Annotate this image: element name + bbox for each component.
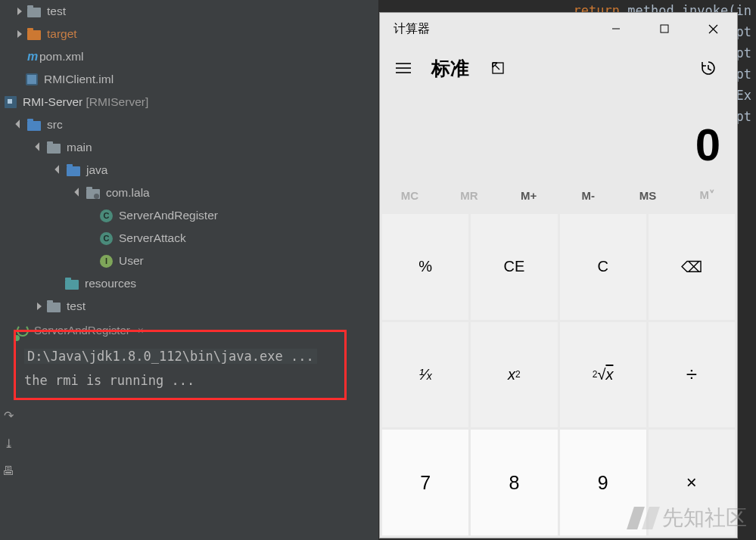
chevron-right-icon[interactable]: [35, 301, 45, 312]
interface-icon: I: [100, 255, 113, 268]
tree-label: pom.xml: [39, 50, 84, 64]
folder-icon: [47, 144, 61, 154]
clear-entry-key[interactable]: CE: [471, 214, 557, 320]
tree-row[interactable]: test: [0, 295, 378, 318]
backspace-icon: ⌫: [681, 258, 702, 276]
tree-label: RMI-Server: [23, 95, 82, 109]
digit-9-key[interactable]: 9: [560, 430, 646, 535]
folder-icon: [27, 30, 41, 40]
chevron-down-icon[interactable]: [15, 119, 26, 130]
tree-row[interactable]: target: [0, 23, 378, 45]
memory-minus-button[interactable]: M-: [558, 178, 618, 212]
tree-row[interactable]: CServerAndRegister: [0, 204, 378, 227]
minimize-button[interactable]: [592, 13, 640, 45]
tree-row[interactable]: java: [0, 159, 378, 182]
multiply-key[interactable]: ×: [649, 430, 735, 535]
keep-on-top-button[interactable]: [483, 53, 513, 83]
chevron-down-icon[interactable]: [54, 165, 65, 175]
tree-label: target: [47, 27, 77, 41]
folder-icon: [47, 303, 61, 312]
tree-label: test: [47, 5, 66, 18]
menu-button[interactable]: [386, 51, 421, 85]
percent-key[interactable]: %: [382, 214, 468, 320]
digit-8-key[interactable]: 8: [471, 430, 557, 535]
tree-label: main: [67, 141, 92, 154]
keypad: % CE C ⌫ ¹⁄x x2 2√x ÷ 7 8 9 ×: [380, 212, 737, 538]
tree-row[interactable]: main: [0, 136, 378, 159]
tree-label: resources: [85, 277, 136, 290]
history-button[interactable]: [693, 53, 723, 83]
resources-folder-icon: [65, 280, 79, 290]
calculator-window: 计算器 标准 0 MC MR M+ M- MS M˅ % CE C ⌫ ¹⁄x …: [379, 12, 738, 538]
tree-annotation: [RMIServer]: [86, 95, 149, 109]
folder-icon: [27, 121, 41, 131]
backspace-key[interactable]: ⌫: [649, 214, 735, 320]
title-bar[interactable]: 计算器: [380, 13, 737, 45]
tree-row[interactable]: test: [0, 0, 378, 23]
tree-row[interactable]: CServerAttack: [0, 227, 378, 250]
tree-label: User: [119, 254, 144, 268]
mode-bar: 标准: [380, 45, 737, 92]
tree-label: RMIClient.iml: [44, 73, 114, 86]
tree-label: ServerAttack: [119, 231, 186, 245]
chevron-right-icon[interactable]: [15, 29, 26, 39]
tool-window-gutter[interactable]: ↷ ⤓ 🖶: [0, 408, 17, 478]
tree-row[interactable]: src: [0, 113, 378, 136]
tree-row[interactable]: RMIClient.iml: [0, 68, 378, 91]
module-icon: [5, 96, 17, 108]
class-icon: C: [100, 232, 113, 245]
class-icon: C: [100, 209, 113, 222]
calculator-display: 0: [380, 92, 737, 178]
tree-row[interactable]: mpom.xml: [0, 45, 378, 68]
maven-icon: m: [26, 50, 39, 64]
memory-plus-button[interactable]: M+: [499, 178, 558, 212]
digit-7-key[interactable]: 7: [382, 430, 468, 535]
square-key[interactable]: x2: [471, 322, 557, 428]
window-title: 计算器: [380, 21, 592, 37]
highlight-box: [14, 330, 347, 400]
memory-clear-button[interactable]: MC: [380, 178, 440, 212]
tree-label: java: [86, 163, 107, 177]
memory-list-button[interactable]: M˅: [677, 178, 737, 212]
mode-label: 标准: [431, 56, 469, 81]
folder-icon: [27, 8, 41, 17]
iml-icon: [26, 73, 38, 85]
svg-rect-1: [661, 25, 668, 33]
tree-row[interactable]: IUser: [0, 250, 378, 272]
tree-row[interactable]: RMI-Server [RMIServer]: [0, 91, 378, 113]
folder-icon: [67, 166, 80, 176]
tree-label: com.lala: [106, 186, 150, 200]
tree-label: ServerAndRegister: [119, 209, 218, 222]
sqrt-key[interactable]: 2√x: [560, 322, 646, 428]
inverse-key[interactable]: ¹⁄x: [382, 322, 468, 428]
memory-recall-button[interactable]: MR: [440, 178, 499, 212]
memory-store-button[interactable]: MS: [618, 178, 678, 212]
tree-label: src: [47, 118, 63, 132]
divide-key[interactable]: ÷: [649, 322, 735, 428]
memory-row: MC MR M+ M- MS M˅: [380, 178, 737, 212]
package-icon: [86, 189, 100, 199]
clear-key[interactable]: C: [560, 214, 646, 320]
chevron-down-icon[interactable]: [74, 188, 85, 198]
maximize-button[interactable]: [640, 13, 689, 45]
close-button[interactable]: [689, 13, 737, 45]
tree-label: test: [67, 299, 86, 313]
project-tree[interactable]: test target mpom.xml RMIClient.iml RMI-S…: [0, 0, 378, 540]
chevron-right-icon[interactable]: [15, 6, 26, 17]
chevron-down-icon[interactable]: [35, 142, 45, 153]
tree-row[interactable]: com.lala: [0, 182, 378, 204]
download-icon[interactable]: ⤓: [4, 436, 14, 451]
step-over-icon[interactable]: ↷: [4, 408, 14, 423]
tree-row[interactable]: resources: [0, 272, 378, 295]
print-icon[interactable]: 🖶: [2, 464, 14, 478]
